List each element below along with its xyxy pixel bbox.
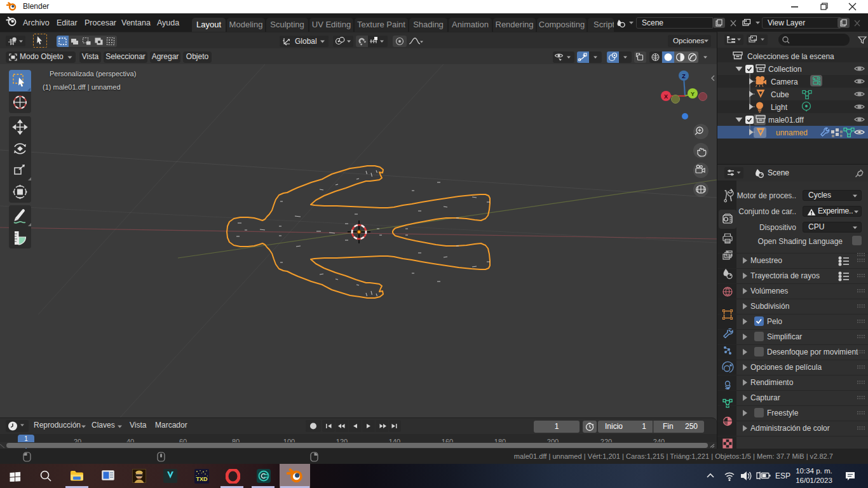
svg-text:Cube: Cube (771, 90, 789, 99)
svg-text:male01.dff: male01.dff (768, 116, 804, 125)
svg-text:X: X (664, 93, 668, 100)
svg-text:Freestyle: Freestyle (767, 409, 799, 417)
svg-text:TXD: TXD (196, 476, 208, 482)
svg-text:Muestreo: Muestreo (750, 256, 782, 265)
svg-text:Opciones de película: Opciones de película (750, 363, 822, 372)
svg-text:Subdivisión: Subdivisión (750, 302, 789, 311)
svg-text:Simplificar: Simplificar (767, 332, 802, 341)
svg-text:Pelo: Pelo (767, 317, 782, 326)
svg-text:Collection: Collection (768, 65, 802, 74)
svg-text:Rendimiento: Rendimiento (750, 378, 794, 387)
svg-text:Capturar: Capturar (750, 393, 780, 402)
svg-text:Administración de color: Administración de color (750, 424, 830, 433)
svg-text:Desenfoque por movimient: Desenfoque por movimient (767, 348, 858, 356)
svg-text:Volúmenes: Volúmenes (750, 287, 788, 295)
svg-text:Z: Z (682, 73, 686, 79)
svg-text:Trayectoria de rayos: Trayectoria de rayos (750, 271, 820, 280)
svg-text:Y: Y (691, 91, 695, 97)
svg-text:Light: Light (771, 103, 788, 112)
svg-text:Colecciones de la escena: Colecciones de la escena (747, 52, 834, 61)
svg-text:unnamed: unnamed (776, 128, 808, 137)
svg-text:Camera: Camera (771, 78, 798, 86)
